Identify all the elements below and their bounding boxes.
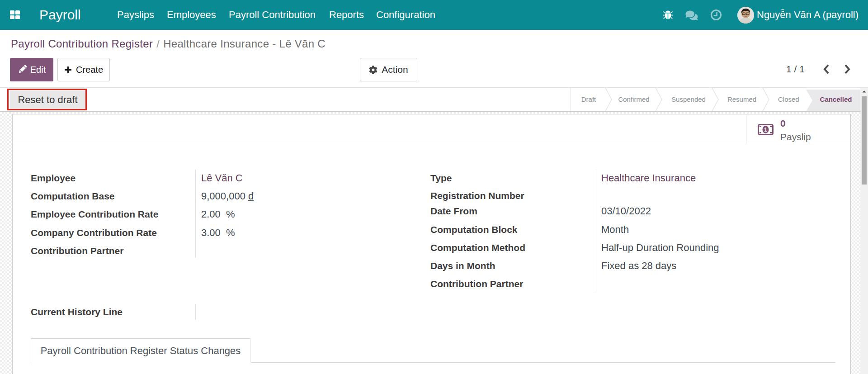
svg-text:1: 1	[764, 127, 767, 133]
